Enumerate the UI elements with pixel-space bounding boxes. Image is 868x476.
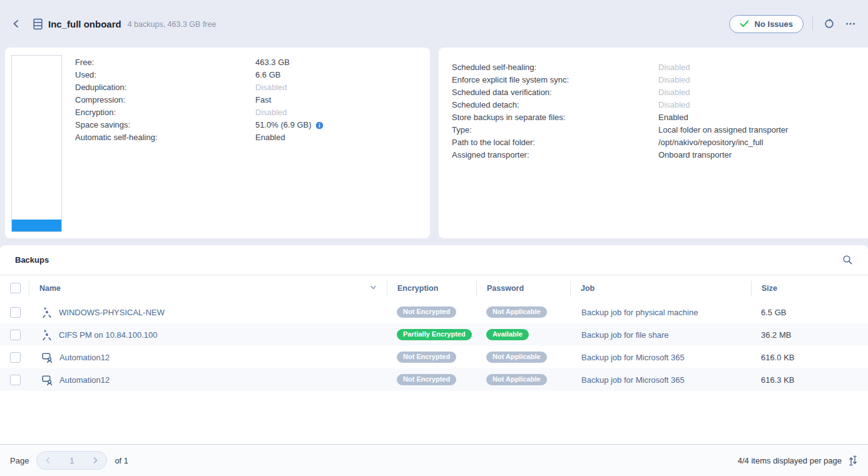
storage-gauge-used-fill — [12, 220, 61, 231]
info-row-encryption: Encryption:Disabled — [75, 106, 430, 119]
info-row-space-savings: Space savings:51.0% (6.9 GB) — [75, 119, 430, 131]
backup-name-link[interactable]: Automation12 — [59, 375, 110, 385]
size-value: 6.5 GB — [751, 308, 786, 317]
backups-section-title: Backups — [15, 255, 49, 265]
column-header-size[interactable]: Size — [751, 281, 868, 296]
encryption-badge: Not Encrypted — [397, 352, 456, 363]
pager: 1 — [36, 451, 107, 470]
encryption-badge: Not Encrypted — [397, 374, 456, 385]
separate-files-value: Enabled — [658, 111, 688, 124]
ellipsis-icon — [845, 18, 856, 29]
free-value: 463.3 GB — [255, 56, 290, 69]
space-savings-value: 51.0% (6.9 GB) — [255, 119, 312, 131]
info-row-data-verification: Scheduled data verification:Disabled — [452, 86, 868, 99]
footer-bar: Page 1 of 1 4/4 items displayed per page — [0, 444, 868, 476]
table-row: Automation12 Not Encrypted Not Applicabl… — [0, 346, 868, 368]
prev-page-button[interactable] — [44, 457, 52, 464]
column-header-name[interactable]: Name — [39, 284, 61, 293]
page-subtitle: 4 backups, 463.3 GB free — [128, 19, 217, 29]
encryption-badge: Not Encrypted — [397, 306, 456, 318]
table-row: CIFS PM on 10.84.100.100 Partially Encry… — [0, 323, 868, 346]
microsoft365-icon — [41, 374, 53, 386]
storage-gauge — [11, 55, 62, 232]
info-row-type: Type:Local folder on assigned transporte… — [452, 124, 868, 136]
info-row-transporter: Assigned transporter:Onboard transporter — [452, 149, 868, 161]
header-bar: Inc_full onboard 4 backups, 463.3 GB fre… — [0, 0, 868, 48]
info-row-deduplication: Deduplication:Disabled — [75, 81, 430, 94]
type-value: Local folder on assigned transporter — [658, 124, 788, 136]
encryption-badge: Partially Encrypted — [397, 329, 472, 340]
page-title: Inc_full onboard — [48, 19, 121, 29]
scheduled-detach-value: Disabled — [658, 99, 690, 111]
refresh-button[interactable] — [822, 16, 837, 31]
size-value: 616.3 KB — [751, 375, 795, 385]
column-header-encryption[interactable]: Encryption — [387, 281, 476, 296]
more-menu-button[interactable] — [843, 16, 858, 31]
backups-panel: Backups Name Encryption Password Job Siz… — [0, 245, 868, 444]
next-page-button[interactable] — [91, 457, 99, 464]
info-row-path: Path to the local folder:/opt/nakivo/rep… — [452, 136, 868, 149]
backup-restore-icon — [41, 306, 53, 318]
check-icon — [740, 20, 749, 28]
back-button[interactable] — [9, 16, 24, 31]
auto-self-healing-value: Enabled — [255, 131, 285, 144]
info-row-scheduled-detach: Scheduled detach:Disabled — [452, 99, 868, 111]
no-issues-label: No Issues — [755, 19, 793, 29]
info-row-compression: Compression:Fast — [75, 94, 430, 106]
column-header-password[interactable]: Password — [476, 281, 570, 296]
row-checkbox[interactable] — [10, 352, 21, 363]
job-link[interactable]: Backup job for Microsoft 365 — [570, 353, 685, 362]
encryption-value: Disabled — [255, 106, 287, 119]
job-link[interactable]: Backup job for physical machine — [570, 308, 698, 317]
info-row-fs-sync: Enforce explicit file system sync:Disabl… — [452, 74, 868, 86]
path-value: /opt/nakivo/repository/inc_full — [658, 136, 763, 149]
row-checkbox[interactable] — [10, 330, 21, 340]
refresh-icon — [824, 18, 835, 29]
fs-sync-value: Disabled — [658, 74, 690, 86]
select-all-checkbox[interactable] — [10, 283, 21, 293]
search-icon — [842, 255, 853, 265]
used-value: 6.6 GB — [255, 69, 280, 81]
info-icon[interactable] — [315, 121, 324, 129]
items-per-page-settings-button[interactable] — [848, 455, 858, 466]
storage-card: Free:463.3 GB Used:6.6 GB Deduplication:… — [5, 48, 430, 238]
no-issues-button[interactable]: No Issues — [729, 15, 804, 33]
transporter-value: Onboard transporter — [658, 149, 732, 161]
sliders-icon — [848, 455, 858, 466]
size-value: 36.2 MB — [751, 330, 791, 340]
password-badge: Available — [486, 329, 529, 340]
page-total-label: of 1 — [115, 456, 128, 465]
items-per-page-summary: 4/4 items displayed per page — [738, 456, 842, 465]
backup-name-link[interactable]: WINDOWS-PHYSICAL-NEW — [59, 308, 165, 317]
table-row: WINDOWS-PHYSICAL-NEW Not Encrypted Not A… — [0, 301, 868, 323]
settings-card: Scheduled self-healing:Disabled Enforce … — [439, 48, 868, 238]
job-link[interactable]: Backup job for Microsoft 365 — [570, 375, 685, 385]
table-header-row: Name Encryption Password Job Size — [0, 275, 868, 301]
column-header-job[interactable]: Job — [570, 281, 751, 296]
info-row-free: Free:463.3 GB — [75, 56, 430, 69]
data-verification-value: Disabled — [658, 86, 690, 99]
deduplication-value: Disabled — [255, 81, 287, 94]
table-body: WINDOWS-PHYSICAL-NEW Not Encrypted Not A… — [0, 301, 868, 391]
info-row-separate-files: Store backups in separate files:Enabled — [452, 111, 868, 124]
row-checkbox[interactable] — [10, 307, 21, 318]
microsoft365-icon — [41, 352, 53, 363]
page-label: Page — [10, 456, 29, 465]
table-row: Automation12 Not Encrypted Not Applicabl… — [0, 368, 868, 391]
info-row-scheduled-self-healing: Scheduled self-healing:Disabled — [452, 61, 868, 74]
password-badge: Not Applicable — [486, 306, 547, 318]
chevron-left-icon — [11, 19, 21, 29]
search-button[interactable] — [842, 255, 853, 265]
page-number-input[interactable]: 1 — [69, 456, 74, 465]
backup-name-link[interactable]: CIFS PM on 10.84.100.100 — [59, 330, 158, 340]
repository-icon — [33, 18, 43, 30]
chevron-down-icon[interactable] — [370, 284, 377, 291]
job-link[interactable]: Backup job for file share — [570, 330, 668, 340]
password-badge: Not Applicable — [486, 352, 547, 363]
backup-restore-icon — [41, 329, 53, 340]
backup-name-link[interactable]: Automation12 — [59, 353, 110, 362]
row-checkbox[interactable] — [10, 375, 21, 385]
password-badge: Not Applicable — [486, 374, 547, 385]
info-row-used: Used:6.6 GB — [75, 69, 430, 81]
divider — [812, 17, 813, 31]
